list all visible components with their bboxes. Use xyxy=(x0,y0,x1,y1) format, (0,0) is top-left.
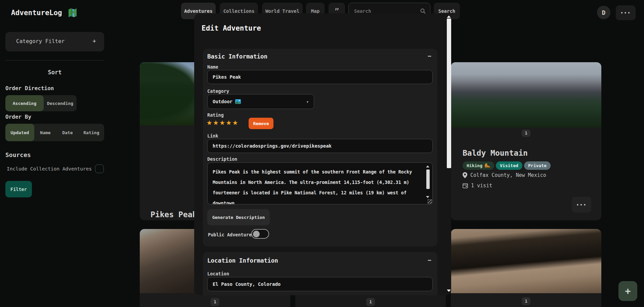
textarea-resize-handle[interactable] xyxy=(428,199,432,204)
calendar-icon xyxy=(463,183,468,188)
include-collection-label: Include Collection Adventures xyxy=(7,166,92,171)
public-adventure-label: Public Adventure xyxy=(208,232,252,237)
adventure-card-dunes[interactable]: 1 xyxy=(451,229,601,307)
visit-count-badge: 1 xyxy=(366,298,375,306)
scroll-up-icon[interactable] xyxy=(447,15,451,18)
category-value: Outdoor xyxy=(213,99,232,104)
order-direction-descending[interactable]: Descending xyxy=(44,95,77,111)
link-field-wrap xyxy=(207,139,433,153)
order-by-toggle: Updated Name Date Rating xyxy=(5,124,104,141)
card-title: Baldy Mountain xyxy=(463,149,528,157)
order-direction-ascending[interactable]: Ascending xyxy=(5,95,44,111)
pin-icon xyxy=(463,172,467,178)
location-information-title: Location Information xyxy=(207,257,278,264)
sort-title: Sort xyxy=(5,69,104,76)
name-input[interactable] xyxy=(207,70,433,84)
rating-stars[interactable]: ★★★★★ xyxy=(207,117,239,126)
location-information-section: Location Information − Location xyxy=(203,252,437,295)
card-more-button[interactable]: ••• xyxy=(572,197,591,213)
textarea-scroll-down-icon[interactable] xyxy=(426,196,429,198)
boot-icon xyxy=(485,163,490,168)
expand-plus-icon: + xyxy=(92,37,96,44)
textarea-scrollbar-thumb[interactable] xyxy=(426,169,430,189)
adventure-card-baldy-mountain[interactable]: 1 Baldy Mountain Hiking Visited Private … xyxy=(451,62,601,220)
toggle-knob xyxy=(253,231,260,237)
scrollbar-thumb[interactable] xyxy=(447,18,451,168)
navbar-more-button[interactable]: ••• xyxy=(616,5,636,20)
card-location-row: Colfax County, New Mexico xyxy=(463,172,546,178)
card-image-dunes xyxy=(451,229,601,293)
activity-badge: Hiking xyxy=(463,161,494,170)
sidebar-divider xyxy=(5,60,104,61)
collapse-minus-icon[interactable]: − xyxy=(428,52,431,60)
order-by-date[interactable]: Date xyxy=(56,124,79,141)
generate-description-button[interactable]: Generate Description xyxy=(207,209,270,225)
description-line: Mountains in North America. The ultra-pr… xyxy=(213,177,422,188)
card-image-baldy-mountain xyxy=(451,62,601,127)
order-direction-toggle: Ascending Descending xyxy=(5,95,77,111)
description-textarea[interactable]: Pikes Peak is the highest summit of the … xyxy=(207,162,433,204)
order-by-name[interactable]: Name xyxy=(34,124,56,141)
card-location: Colfax County, New Mexico xyxy=(470,172,546,178)
edit-adventure-modal: Edit Adventure Basic Information − Name … xyxy=(194,13,451,295)
visited-badge: Visited xyxy=(496,161,522,170)
name-label: Name xyxy=(207,64,218,70)
visit-count-badge: 1 xyxy=(211,298,219,306)
category-label: Category xyxy=(207,88,229,94)
link-input[interactable] xyxy=(207,139,433,153)
visit-count-badge: 1 xyxy=(522,297,530,305)
add-adventure-fab[interactable]: + xyxy=(618,281,637,301)
visit-count-badge: 1 xyxy=(522,129,530,137)
include-collection-checkbox[interactable] xyxy=(95,164,104,173)
modal-scrollbar[interactable] xyxy=(445,13,452,295)
chevron-down-icon: ▾ xyxy=(306,100,309,104)
order-by-rating[interactable]: Rating xyxy=(79,124,104,141)
location-field-wrap xyxy=(207,277,433,291)
order-by-updated[interactable]: Updated xyxy=(5,124,34,141)
map-icon xyxy=(67,7,78,18)
category-select[interactable]: Outdoor ▾ xyxy=(207,94,314,109)
order-by-label: Order By xyxy=(5,114,31,120)
link-label: Link xyxy=(207,133,218,139)
category-filter-label: Category Filter xyxy=(16,38,65,44)
filter-button[interactable]: Filter xyxy=(5,181,32,197)
search-icon xyxy=(420,8,426,14)
avatar[interactable]: D xyxy=(597,6,610,19)
scroll-down-icon[interactable] xyxy=(447,290,451,292)
card-visits: 1 visit xyxy=(471,183,492,189)
card-visits-row: 1 visit xyxy=(463,183,492,189)
order-direction-label: Order Direction xyxy=(5,85,54,91)
collapse-minus-icon[interactable]: − xyxy=(428,257,431,264)
category-filter-collapse[interactable]: Category Filter + xyxy=(5,32,104,51)
privacy-badge: Private xyxy=(524,161,551,170)
card-title: Pikes Peak xyxy=(151,210,197,219)
description-line: fourteener is located in Pike National F… xyxy=(213,188,422,204)
app-logo-text[interactable]: AdventureLog xyxy=(11,9,62,17)
app-root: Pikes Peak Outdoor P El Paso County, Col… xyxy=(0,0,644,307)
description-line: Pikes Peak is the highest summit of the … xyxy=(213,167,422,177)
public-adventure-toggle[interactable] xyxy=(251,229,269,239)
textarea-scroll-up-icon[interactable] xyxy=(426,165,429,167)
remove-rating-button[interactable]: Remove xyxy=(249,118,273,129)
name-field-wrap xyxy=(207,70,433,84)
description-label: Description xyxy=(207,156,237,162)
location-input[interactable] xyxy=(207,277,433,291)
park-icon xyxy=(235,99,241,104)
basic-information-title: Basic Information xyxy=(207,53,267,60)
location-label: Location xyxy=(207,271,229,276)
basic-information-section: Basic Information − Name Category Outdoo… xyxy=(203,49,437,246)
modal-title: Edit Adventure xyxy=(202,24,261,32)
sources-heading: Sources xyxy=(5,151,31,158)
